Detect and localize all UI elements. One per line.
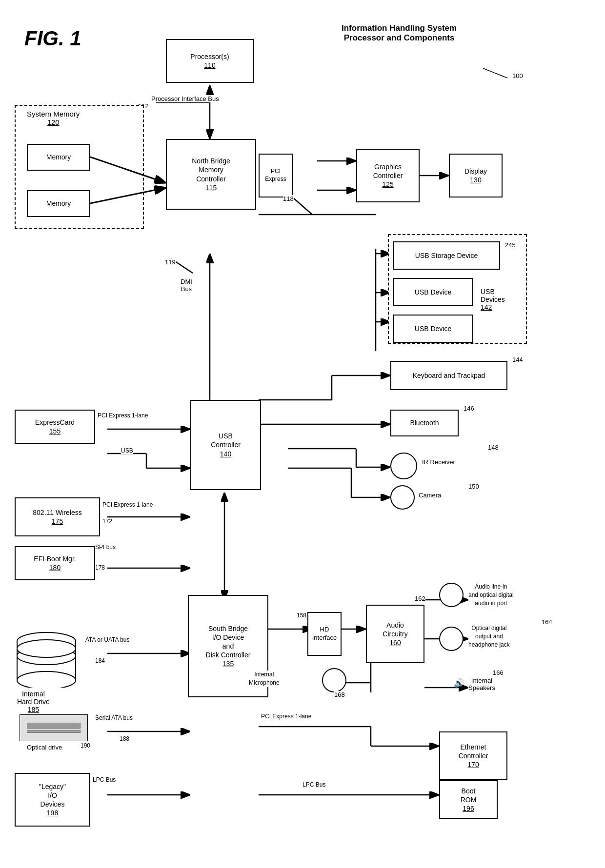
hard-drive-label: Internal Hard Drive 185 [17,690,50,713]
usb-devices-label: USB Devices 142 [481,288,505,311]
pci-express-box: PCI Express [259,154,293,197]
usb-storage-box: USB Storage Device [393,241,500,270]
ref-162: 162 [415,595,425,602]
ref-119: 119 [165,258,176,266]
usb-controller-box: USB Controller 140 [190,400,261,490]
graphics-controller-box: Graphics Controller 125 [356,149,420,202]
ethernet-controller-box: Ethernet Controller 170 [439,731,507,780]
serial-ata-label: Serial ATA bus [95,714,133,721]
optical-digital-out-icon [439,627,464,651]
svg-point-60 [17,640,76,657]
diagram-title: Information Handling System Processor an… [342,23,457,43]
processor-box: Processor(s) 110 [166,39,254,83]
usb-label: USB [121,447,133,454]
audio-line-in-label: Audio line-inand optical digitalaudio in… [468,583,514,607]
ref-158: 158 [297,612,306,619]
legacy-io-box: "Legacy" I/O Devices 198 [15,773,90,827]
diagram: FIG. 1 Information Handling System Proce… [0,0,605,868]
wireless-box: 802.11 Wireless 175 [15,497,100,536]
pci-express-lane2-label: PCI Express 1-lane [102,501,153,508]
efi-boot-box: EFI-Boot Mgr. 180 [15,546,95,580]
ref-188: 188 [120,735,129,742]
north-bridge-box: North Bridge Memory Controller 115 [166,139,256,210]
camera-icon [390,485,415,510]
ref-164: 164 [542,618,552,626]
internal-speakers-icon: 🔊 [454,678,464,689]
svg-line-48 [293,197,312,215]
ref-190: 190 [81,742,90,749]
figure-title: FIG. 1 [24,27,81,50]
internal-mic-icon [322,668,346,692]
optical-drive-label: Optical drive [27,744,62,751]
usb-device1-box: USB Device [393,278,473,306]
hd-interface-box: HD Interface [307,612,342,656]
internal-mic-label: InternalMicrophone [249,671,280,687]
ata-uata-label: ATA or UATA bus [85,636,129,643]
memory2-box: Memory [27,190,90,217]
ref-144: 144 [512,356,523,363]
pci-express-lane3-label: PCI Express 1-lane [261,713,311,720]
boot-rom-box: Boot ROM 196 [439,780,498,819]
optical-digital-out-label: Optical digitaloutput andheadphone jack [468,624,510,649]
memory1-box: Memory [27,144,90,171]
ref-166: 166 [493,669,504,676]
ref-245: 245 [505,241,516,249]
hard-drive-cylinder [15,629,78,688]
svg-line-50 [483,68,507,78]
ref-150: 150 [468,483,479,490]
dmi-bus-label: DMIBus [181,278,192,293]
ref-172: 172 [102,518,112,525]
bluetooth-box: Bluetooth [390,410,459,436]
display-box: Display 130 [449,154,503,197]
audio-circuitry-box: Audio Circuitry 160 [366,605,424,663]
lpc-bus1-label: LPC Bus [93,776,116,783]
ref-118: 118 [283,195,294,202]
ir-receiver-label: IR Receiver [422,458,455,466]
keyboard-box: Keyboard and Trackpad [390,361,507,390]
pci-express-lane1-label: PCI Express 1-lane [98,412,148,419]
spi-bus-label: SPI bus [95,544,116,551]
ref-100: 100 [512,72,523,79]
audio-line-in-icon [439,583,464,607]
proc-interface-bus-label: Processor Interface Bus [151,95,219,102]
ref-148: 148 [488,444,499,451]
expresscard-box: ExpressCard 155 [15,410,95,444]
lpc-bus2-label: LPC Bus [302,781,325,788]
optical-drive-box [20,714,88,741]
ir-receiver-icon [390,453,417,479]
svg-point-58 [17,671,76,688]
camera-label: Camera [419,492,441,499]
ref-146: 146 [464,405,474,412]
ref-184: 184 [95,657,105,664]
ref-178: 178 [95,564,105,571]
system-memory-label: System Memory 120 [27,110,80,126]
internal-speakers-label: InternalSpeakers [468,677,495,691]
ref-168: 168 [334,691,345,698]
usb-device2-box: USB Device [393,315,473,343]
